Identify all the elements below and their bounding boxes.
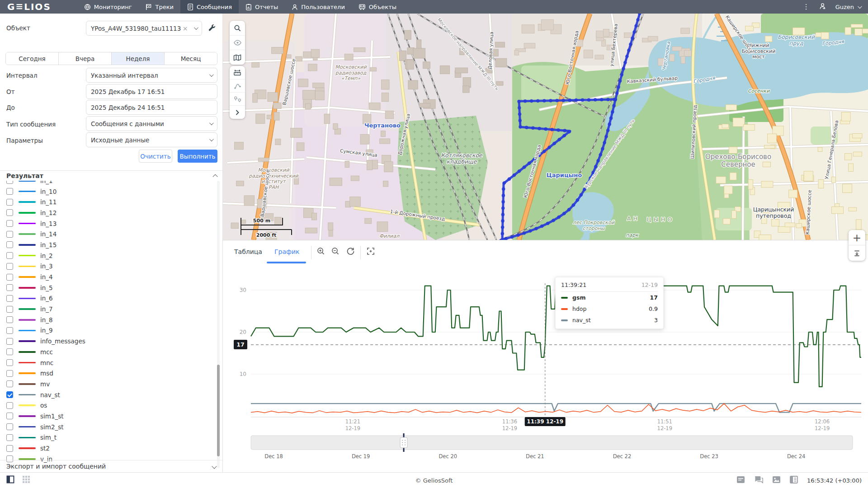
result-checkbox[interactable]	[6, 413, 13, 419]
scale-feet: 2000 ft	[256, 232, 277, 238]
query-sidebar: Объект YPos_A4W_531980_tau11113 × Сегодн…	[0, 14, 223, 472]
chart-tooltip: 11:39:21 12-19 gsm17hdop0.9nav_st3	[555, 277, 664, 329]
result-checkbox[interactable]	[6, 306, 13, 313]
result-item-label: os	[40, 402, 47, 409]
nav-item-objects[interactable]: Объекты	[352, 0, 403, 14]
folded-map-icon	[233, 54, 241, 61]
user-menu[interactable]: Guzen	[835, 4, 861, 10]
series-color-swatch	[19, 340, 36, 342]
map-view[interactable]: ЧертановоМосковскийрадиозавод«Темп»Котля…	[223, 14, 868, 240]
map-visibility-button[interactable]	[230, 36, 245, 50]
map-tools-group-1	[230, 21, 245, 65]
result-item-label: in_12	[40, 209, 57, 216]
result-item-label: mv	[40, 380, 50, 388]
nav-item-label: Отчеты	[255, 4, 278, 10]
result-checkbox[interactable]	[6, 327, 13, 334]
map-tools-expand-button[interactable]	[230, 106, 245, 119]
from-input[interactable]: 2025 Декабрь 17 16:51	[86, 84, 217, 99]
result-checkbox[interactable]	[6, 209, 13, 216]
chevron-up-icon	[212, 174, 217, 179]
chart-zoom-in-button[interactable]	[316, 247, 326, 258]
clear-object-icon[interactable]: ×	[183, 25, 188, 32]
params-select[interactable]: Исходные данные	[86, 132, 217, 147]
result-checkbox[interactable]	[6, 220, 13, 227]
result-checkbox[interactable]	[6, 199, 13, 206]
result-checkbox[interactable]	[6, 370, 13, 377]
slider-handle[interactable]	[400, 437, 407, 448]
map-search-button[interactable]	[230, 21, 245, 36]
results-scrollbar[interactable]	[217, 181, 220, 468]
result-checkbox[interactable]	[6, 188, 13, 195]
chart-fullscreen-button[interactable]	[366, 247, 375, 258]
result-item-label: in_7	[40, 305, 53, 313]
clear-button[interactable]: Очистить	[139, 150, 172, 163]
zoom-in-map-button[interactable]: +	[849, 230, 865, 245]
result-checkbox[interactable]	[6, 252, 13, 259]
result-checkbox[interactable]	[6, 434, 13, 441]
tab-month[interactable]: Месяц	[165, 52, 217, 65]
tab-chart[interactable]: График	[274, 248, 300, 255]
map-measure-button[interactable]	[230, 66, 245, 80]
export-import-section[interactable]: Экспорт и импорт сообщений	[0, 460, 222, 472]
interval-label: Интервал	[6, 72, 38, 79]
result-checkbox[interactable]	[6, 231, 13, 238]
collapse-panel-button[interactable]	[849, 245, 865, 261]
result-checkbox[interactable]	[6, 241, 13, 248]
result-checkbox[interactable]	[6, 338, 13, 345]
map-route-button[interactable]	[230, 80, 245, 93]
map-layers-button[interactable]	[230, 50, 245, 65]
account-icon[interactable]	[819, 2, 826, 12]
toolbar-separator	[311, 246, 311, 259]
interval-select[interactable]: Указанный интервал	[86, 68, 217, 83]
result-checkbox[interactable]	[6, 263, 13, 270]
map-distance-button[interactable]	[230, 93, 245, 106]
result-item-label: sim2_st	[40, 423, 64, 431]
tooltip-date: 12-19	[642, 282, 658, 288]
result-checkbox[interactable]	[6, 359, 13, 366]
result-checkbox[interactable]	[6, 423, 13, 430]
result-checkbox[interactable]	[6, 402, 13, 409]
tab-table[interactable]: Таблица	[234, 248, 262, 255]
result-item-label: in_14	[40, 230, 57, 238]
nav-item-reports[interactable]: Отчеты	[239, 0, 285, 14]
wrench-icon[interactable]	[208, 23, 216, 33]
range-slider-track[interactable]	[251, 436, 853, 450]
result-checkbox[interactable]	[6, 181, 13, 184]
chevron-down-icon	[209, 137, 214, 141]
result-checkbox[interactable]	[6, 316, 13, 323]
slider-date-label: Dec 24	[787, 453, 806, 460]
series-color-swatch	[19, 212, 36, 214]
result-item-label: in_13	[40, 220, 57, 227]
more-menu-icon[interactable]: ⋮	[803, 5, 810, 9]
nav-item-messages[interactable]: Сообщения	[180, 0, 239, 14]
message-doc-icon	[187, 4, 193, 10]
object-select[interactable]: YPos_A4W_531980_tau11113 ×	[86, 21, 202, 36]
nav-item-tracks[interactable]: Треки	[138, 0, 180, 14]
result-checkbox[interactable]	[6, 348, 13, 355]
tab-week[interactable]: Неделя	[112, 52, 165, 65]
results-header[interactable]: Результат	[0, 170, 222, 181]
msg-type-select[interactable]: Сообщения с данными	[86, 116, 217, 131]
result-checkbox[interactable]	[6, 391, 13, 398]
y-axis-tick: 30	[240, 287, 246, 293]
result-checkbox[interactable]	[6, 295, 13, 302]
search-icon	[234, 24, 241, 32]
result-checkbox[interactable]	[6, 445, 13, 452]
range-tabs: Сегодня Вчера Неделя Месяц	[5, 52, 217, 65]
series-color-swatch	[19, 266, 36, 267]
tab-yesterday[interactable]: Вчера	[59, 52, 112, 65]
chevron-down-icon	[858, 4, 862, 9]
chart-reset-button[interactable]	[346, 247, 355, 258]
nav-item-monitoring[interactable]: Мониторинг	[77, 0, 139, 14]
result-checkbox[interactable]	[6, 284, 13, 291]
chart-zoom-out-button[interactable]	[331, 247, 340, 258]
result-checkbox[interactable]	[6, 380, 13, 387]
to-input[interactable]: 2025 Декабрь 24 16:51	[86, 100, 217, 115]
result-checkbox[interactable]	[6, 274, 13, 281]
scrollbar-thumb[interactable]	[217, 365, 220, 456]
run-button[interactable]: Выполнить	[178, 150, 217, 163]
nav-item-users[interactable]: Пользователи	[285, 0, 352, 14]
nav-item-label: Треки	[155, 4, 174, 10]
eye-icon	[234, 40, 241, 46]
tab-today[interactable]: Сегодня	[6, 52, 59, 65]
